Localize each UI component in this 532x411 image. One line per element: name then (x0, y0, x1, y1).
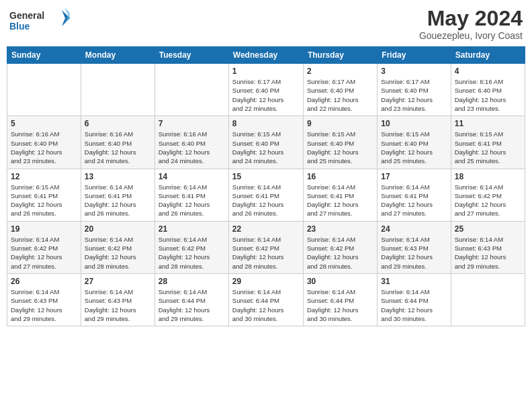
day-number: 31 (381, 277, 447, 286)
calendar-cell: 25Sunrise: 6:14 AM Sunset: 6:43 PM Dayli… (451, 221, 525, 273)
day-info: Sunrise: 6:17 AM Sunset: 6:40 PM Dayligh… (307, 77, 373, 113)
col-sunday: Sunday (7, 47, 81, 64)
calendar-cell (7, 64, 81, 116)
day-info: Sunrise: 6:14 AM Sunset: 6:43 PM Dayligh… (455, 235, 521, 271)
col-monday: Monday (81, 47, 154, 64)
day-number: 8 (232, 119, 300, 128)
day-number: 1 (232, 66, 300, 76)
calendar-cell (451, 273, 525, 326)
day-info: Sunrise: 6:15 AM Sunset: 6:40 PM Dayligh… (232, 130, 300, 165)
calendar-cell: 29Sunrise: 6:14 AM Sunset: 6:44 PM Dayli… (228, 273, 303, 326)
calendar-week-2: 5Sunrise: 6:16 AM Sunset: 6:40 PM Daylig… (7, 116, 525, 169)
day-info: Sunrise: 6:14 AM Sunset: 6:41 PM Dayligh… (307, 183, 373, 218)
day-number: 26 (11, 277, 77, 286)
day-info: Sunrise: 6:14 AM Sunset: 6:43 PM Dayligh… (85, 287, 151, 323)
day-info: Sunrise: 6:14 AM Sunset: 6:42 PM Dayligh… (159, 235, 225, 271)
calendar-cell: 23Sunrise: 6:14 AM Sunset: 6:42 PM Dayli… (303, 221, 377, 273)
calendar-cell: 10Sunrise: 6:15 AM Sunset: 6:40 PM Dayli… (378, 116, 451, 169)
day-number: 5 (11, 119, 77, 128)
calendar-cell: 24Sunrise: 6:14 AM Sunset: 6:43 PM Dayli… (378, 221, 451, 273)
day-number: 2 (307, 66, 373, 76)
calendar-cell: 15Sunrise: 6:14 AM Sunset: 6:41 PM Dayli… (228, 169, 303, 221)
day-info: Sunrise: 6:14 AM Sunset: 6:44 PM Dayligh… (159, 287, 225, 323)
calendar-cell: 14Sunrise: 6:14 AM Sunset: 6:41 PM Dayli… (154, 169, 228, 221)
col-wednesday: Wednesday (228, 47, 303, 64)
calendar-cell: 4Sunrise: 6:16 AM Sunset: 6:40 PM Daylig… (451, 64, 525, 116)
day-info: Sunrise: 6:14 AM Sunset: 6:42 PM Dayligh… (455, 183, 521, 218)
col-thursday: Thursday (303, 47, 377, 64)
day-info: Sunrise: 6:15 AM Sunset: 6:41 PM Dayligh… (455, 130, 521, 165)
page: General Blue May 2024 Gouezepleu, Ivory … (0, 0, 532, 411)
title-block: May 2024 Gouezepleu, Ivory Coast (419, 7, 523, 41)
calendar-cell: 8Sunrise: 6:15 AM Sunset: 6:40 PM Daylig… (228, 116, 303, 169)
day-info: Sunrise: 6:14 AM Sunset: 6:41 PM Dayligh… (159, 183, 225, 218)
day-info: Sunrise: 6:14 AM Sunset: 6:43 PM Dayligh… (381, 235, 447, 271)
day-number: 23 (307, 224, 373, 234)
col-tuesday: Tuesday (154, 47, 228, 64)
calendar-week-1: 1Sunrise: 6:17 AM Sunset: 6:40 PM Daylig… (7, 64, 525, 116)
day-info: Sunrise: 6:14 AM Sunset: 6:44 PM Dayligh… (381, 287, 447, 323)
day-info: Sunrise: 6:17 AM Sunset: 6:40 PM Dayligh… (232, 77, 300, 113)
day-info: Sunrise: 6:14 AM Sunset: 6:42 PM Dayligh… (307, 235, 373, 271)
day-number: 12 (11, 172, 77, 181)
calendar-cell: 28Sunrise: 6:14 AM Sunset: 6:44 PM Dayli… (154, 273, 228, 326)
day-number: 21 (159, 224, 225, 234)
svg-text:Blue: Blue (9, 21, 30, 32)
day-info: Sunrise: 6:14 AM Sunset: 6:41 PM Dayligh… (232, 183, 300, 218)
logo: General Blue (9, 7, 70, 34)
calendar-cell: 6Sunrise: 6:16 AM Sunset: 6:40 PM Daylig… (81, 116, 154, 169)
calendar-cell: 9Sunrise: 6:15 AM Sunset: 6:40 PM Daylig… (303, 116, 377, 169)
day-info: Sunrise: 6:15 AM Sunset: 6:40 PM Dayligh… (381, 130, 447, 165)
day-info: Sunrise: 6:14 AM Sunset: 6:41 PM Dayligh… (85, 183, 151, 218)
header: General Blue May 2024 Gouezepleu, Ivory … (7, 7, 525, 41)
day-number: 13 (85, 172, 151, 181)
day-info: Sunrise: 6:14 AM Sunset: 6:44 PM Dayligh… (307, 287, 373, 323)
day-info: Sunrise: 6:14 AM Sunset: 6:42 PM Dayligh… (11, 235, 77, 271)
calendar-cell: 1Sunrise: 6:17 AM Sunset: 6:40 PM Daylig… (228, 64, 303, 116)
day-number: 19 (11, 224, 77, 234)
day-number: 20 (85, 224, 151, 234)
svg-text:General: General (9, 10, 44, 21)
calendar-cell: 22Sunrise: 6:14 AM Sunset: 6:42 PM Dayli… (228, 221, 303, 273)
day-info: Sunrise: 6:15 AM Sunset: 6:41 PM Dayligh… (11, 183, 77, 218)
day-number: 18 (455, 172, 521, 181)
calendar-week-5: 26Sunrise: 6:14 AM Sunset: 6:43 PM Dayli… (7, 273, 525, 326)
day-info: Sunrise: 6:15 AM Sunset: 6:40 PM Dayligh… (307, 130, 373, 165)
calendar-cell: 2Sunrise: 6:17 AM Sunset: 6:40 PM Daylig… (303, 64, 377, 116)
calendar-cell: 19Sunrise: 6:14 AM Sunset: 6:42 PM Dayli… (7, 221, 81, 273)
day-number: 22 (232, 224, 300, 234)
day-info: Sunrise: 6:16 AM Sunset: 6:40 PM Dayligh… (11, 130, 77, 165)
calendar-cell: 21Sunrise: 6:14 AM Sunset: 6:42 PM Dayli… (154, 221, 228, 273)
month-year: May 2024 (419, 7, 523, 30)
day-number: 7 (159, 119, 225, 128)
day-info: Sunrise: 6:17 AM Sunset: 6:40 PM Dayligh… (381, 77, 447, 113)
day-info: Sunrise: 6:14 AM Sunset: 6:43 PM Dayligh… (11, 287, 77, 323)
calendar-cell: 27Sunrise: 6:14 AM Sunset: 6:43 PM Dayli… (81, 273, 154, 326)
calendar-cell (154, 64, 228, 116)
calendar-header-row: Sunday Monday Tuesday Wednesday Thursday… (7, 47, 525, 64)
calendar-week-4: 19Sunrise: 6:14 AM Sunset: 6:42 PM Dayli… (7, 221, 525, 273)
day-number: 25 (455, 224, 521, 234)
location: Gouezepleu, Ivory Coast (419, 30, 523, 41)
calendar-cell: 13Sunrise: 6:14 AM Sunset: 6:41 PM Dayli… (81, 169, 154, 221)
calendar-week-3: 12Sunrise: 6:15 AM Sunset: 6:41 PM Dayli… (7, 169, 525, 221)
calendar-cell: 31Sunrise: 6:14 AM Sunset: 6:44 PM Dayli… (378, 273, 451, 326)
calendar-cell (81, 64, 154, 116)
day-number: 14 (159, 172, 225, 181)
day-info: Sunrise: 6:16 AM Sunset: 6:40 PM Dayligh… (455, 77, 521, 113)
calendar-cell: 20Sunrise: 6:14 AM Sunset: 6:42 PM Dayli… (81, 221, 154, 273)
calendar-cell: 26Sunrise: 6:14 AM Sunset: 6:43 PM Dayli… (7, 273, 81, 326)
calendar-cell: 7Sunrise: 6:16 AM Sunset: 6:40 PM Daylig… (154, 116, 228, 169)
day-info: Sunrise: 6:16 AM Sunset: 6:40 PM Dayligh… (85, 130, 151, 165)
day-number: 6 (85, 119, 151, 128)
calendar-cell: 16Sunrise: 6:14 AM Sunset: 6:41 PM Dayli… (303, 169, 377, 221)
calendar-cell: 30Sunrise: 6:14 AM Sunset: 6:44 PM Dayli… (303, 273, 377, 326)
day-number: 30 (307, 277, 373, 286)
day-number: 4 (455, 66, 521, 76)
day-info: Sunrise: 6:16 AM Sunset: 6:40 PM Dayligh… (159, 130, 225, 165)
day-number: 27 (85, 277, 151, 286)
day-number: 17 (381, 172, 447, 181)
col-saturday: Saturday (451, 47, 525, 64)
day-info: Sunrise: 6:14 AM Sunset: 6:42 PM Dayligh… (232, 235, 300, 271)
day-number: 28 (159, 277, 225, 286)
